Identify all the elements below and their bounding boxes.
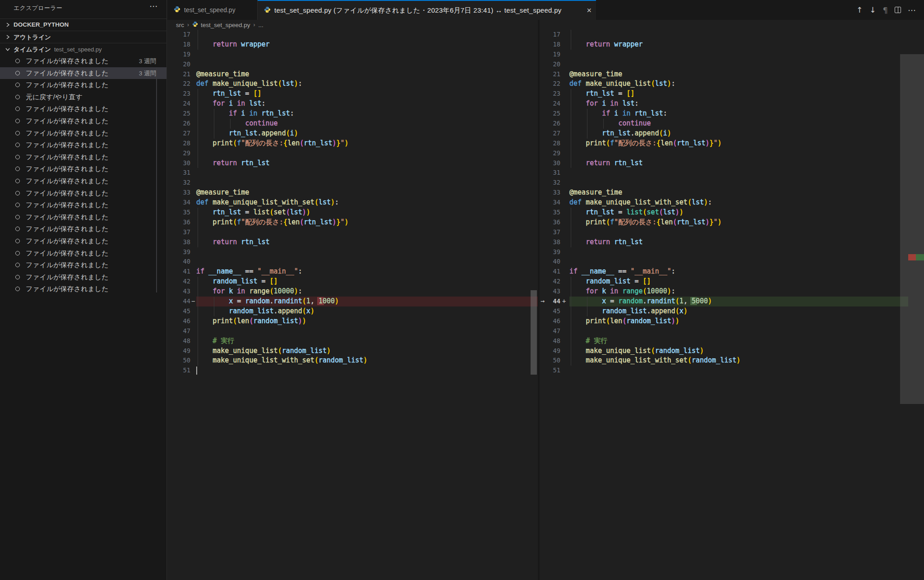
code-line[interactable]: 24 for i in lst: [167,99,538,109]
code-line[interactable]: 39 [540,247,908,257]
timeline-item[interactable]: ファイルが保存されました [0,79,166,91]
tab-diff-test-set-speed[interactable]: test_set_speed.py (ファイルが保存されました・2023年6月7… [258,0,596,20]
code-line[interactable]: 35 rtn_lst = list(set(lst)) [540,208,908,218]
code-line[interactable]: 22def make_unique_list(lst): [167,79,538,89]
code-line[interactable]: 27 rtn_lst.append(i) [167,129,538,139]
timeline-item[interactable]: ファイルが保存されました [0,271,166,283]
code-line[interactable]: 28 print(f"配列の長さ:{len(rtn_lst)}") [540,139,908,148]
timeline-item[interactable]: ファイルが保存されました3 週間 [0,67,166,79]
code-line[interactable]: 51 [540,366,908,376]
code-line[interactable]: 48 # 実行 [167,336,538,346]
code-line[interactable]: →44+ x = random.randint(1, 5000) [540,297,908,306]
timeline-item[interactable]: ファイルが保存されました [0,127,166,139]
close-icon[interactable]: × [587,6,591,14]
code-line[interactable]: 35 rtn_lst = list(set(lst)) [167,208,538,218]
code-line[interactable]: 31 [167,168,538,178]
code-line[interactable]: 30 return rtn_lst [167,158,538,168]
code-line[interactable]: 19 [167,50,538,60]
code-line[interactable]: 24 for i in lst: [540,99,908,109]
code-line[interactable]: 41if __name__ == "__main__": [167,267,538,277]
code-line[interactable]: 51 [167,366,538,376]
code-line[interactable]: 36 print(f"配列の長さ:{len(rtn_lst)}") [167,218,538,227]
explorer-more-icon[interactable]: ⋯ [149,1,158,11]
diff-modified-pane[interactable]: 1718 return wrapper192021@measure_time22… [540,30,908,376]
timeline-item[interactable]: ファイルが保存されました [0,151,166,163]
code-line[interactable]: 28 print(f"配列の長さ:{len(rtn_lst)}") [167,139,538,148]
code-line[interactable]: 45 random_list.append(x) [540,306,908,316]
timeline-item[interactable]: ファイルが保存されました [0,187,166,200]
code-line[interactable]: 47 [540,326,908,336]
split-editor-icon[interactable] [895,7,901,13]
code-line[interactable]: 44− x = random.randint(1, 1000) [167,297,538,306]
code-line[interactable]: 23 rtn_lst = [] [540,89,908,99]
code-line[interactable]: 18 return wrapper [540,40,908,50]
previous-change-icon[interactable]: ↑ [856,5,863,14]
whitespace-icon[interactable]: ¶ [883,5,888,15]
code-line[interactable]: 49 make_unique_list(random_list) [540,346,908,356]
code-line[interactable]: 43 for k in range(10000): [167,287,538,297]
code-line[interactable]: 48 # 実行 [540,336,908,346]
code-line[interactable]: 19 [540,50,908,60]
code-line[interactable]: 17 [540,30,908,40]
timeline-item[interactable]: ファイルが保存されました [0,235,166,247]
code-line[interactable]: 18 return wrapper [167,40,538,50]
code-line[interactable]: 33@measure_time [540,188,908,198]
code-line[interactable]: 33@measure_time [167,188,538,198]
timeline-item[interactable]: 元に戻す/やり直す [0,91,166,103]
timeline-item[interactable]: ファイルが保存されました [0,103,166,115]
timeline-scrollbar[interactable] [156,68,157,292]
timeline-item[interactable]: ファイルが保存されました [0,259,166,271]
timeline-item[interactable]: ファイルが保存されました [0,139,166,151]
left-scrollbar-slider[interactable] [531,290,537,375]
code-line[interactable]: 38 return rtn_lst [167,237,538,247]
breadcrumb-file[interactable]: test_set_speed.py [201,22,250,28]
code-line[interactable]: 25 if i in rtn_lst: [540,109,908,119]
code-line[interactable]: 34def make_unique_list_with_set(lst): [167,198,538,208]
code-line[interactable]: 20 [167,60,538,70]
code-line[interactable]: 42 random_list = [] [540,277,908,287]
breadcrumb[interactable]: src › test_set_speed.py › ... [167,20,924,30]
code-line[interactable]: 49 make_unique_list(random_list) [167,346,538,356]
code-line[interactable]: 26 continue [167,119,538,129]
sidebar-section-outline[interactable]: アウトライン [0,31,166,43]
code-line[interactable]: 30 return rtn_lst [540,158,908,168]
code-line[interactable]: 36 print(f"配列の長さ:{len(rtn_lst)}") [540,218,908,227]
timeline-item[interactable]: ファイルが保存されました [0,199,166,211]
code-line[interactable]: 27 rtn_lst.append(i) [540,129,908,139]
code-line[interactable]: 50 make_unique_list_with_set(random_list… [167,356,538,366]
code-line[interactable]: 39 [167,247,538,257]
code-line[interactable]: 21@measure_time [167,70,538,79]
diff-original-pane[interactable]: 1718 return wrapper192021@measure_time22… [167,30,538,376]
code-line[interactable]: 38 return rtn_lst [540,237,908,247]
code-line[interactable]: 21@measure_time [540,70,908,79]
breadcrumb-folder[interactable]: src [176,22,184,28]
code-line[interactable]: 42 random_list = [] [167,277,538,287]
code-line[interactable]: 40 [167,257,538,267]
code-line[interactable]: 50 make_unique_list_with_set(random_list… [540,356,908,366]
breadcrumb-symbol[interactable]: ... [259,22,263,28]
sidebar-section-docker-python[interactable]: DOCKER_PYTHON [0,19,166,31]
tab-test-set-speed[interactable]: test_set_speed.py [167,0,258,20]
timeline-item[interactable]: ファイルが保存されました [0,223,166,235]
code-line[interactable]: 23 rtn_lst = [] [167,89,538,99]
timeline-item[interactable]: ファイルが保存されました [0,283,166,295]
timeline-item[interactable]: ファイルが保存されました [0,163,166,175]
code-line[interactable]: 25 if i in rtn_lst: [167,109,538,119]
code-line[interactable]: 32 [167,178,538,188]
code-line[interactable]: 40 [540,257,908,267]
code-line[interactable]: 29 [167,148,538,158]
code-line[interactable]: 41if __name__ == "__main__": [540,267,908,277]
next-change-icon[interactable]: ↓ [869,5,876,14]
overview-slider[interactable] [900,54,924,404]
timeline-item[interactable]: ファイルが保存されました [0,115,166,127]
sidebar-section-timeline[interactable]: タイムライン test_set_speed.py [0,43,166,55]
revert-arrow-icon[interactable]: → [540,297,548,306]
code-line[interactable]: 46 print(len(random_list)) [167,316,538,326]
code-line[interactable]: 37 [167,227,538,237]
code-line[interactable]: 22def make_unique_list(lst): [540,79,908,89]
timeline-item[interactable]: ファイルが保存されました [0,175,166,187]
code-line[interactable]: 43 for k in range(10000): [540,287,908,297]
code-line[interactable]: 47 [167,326,538,336]
code-line[interactable]: 46 print(len(random_list)) [540,316,908,326]
more-actions-icon[interactable]: ⋯ [908,5,916,15]
